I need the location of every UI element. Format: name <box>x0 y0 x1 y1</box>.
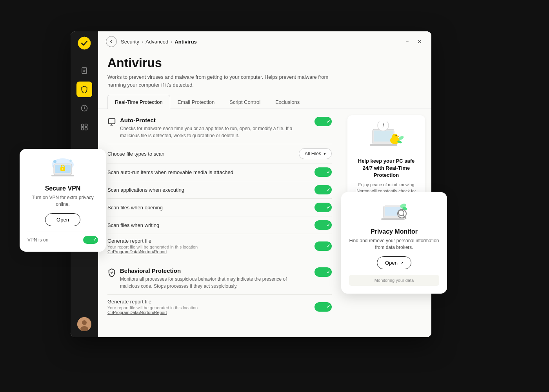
promo-illustration: i <box>367 122 406 153</box>
scan-writing-toggle[interactable] <box>314 220 332 230</box>
svg-point-19 <box>396 135 397 136</box>
behavioral-icon <box>107 268 116 279</box>
svg-point-8 <box>82 320 87 325</box>
auto-protect-text: Auto-Protect Checks for malware each tim… <box>120 117 296 139</box>
scan-autorun-toggle[interactable] <box>314 167 332 177</box>
tab-email-protection[interactable]: Email Protection <box>170 95 222 109</box>
page-description: Works to prevent viruses and malware fro… <box>107 73 343 89</box>
vpn-status-row: VPN is on <box>27 232 98 244</box>
privacy-status: Monitoring your data <box>349 275 439 286</box>
svg-point-29 <box>69 160 72 162</box>
breadcrumb-current: Antivirus <box>175 39 196 45</box>
privacy-icon <box>380 200 408 223</box>
privacy-popup: Privacy Monitor Find and remove your per… <box>341 192 447 294</box>
sidebar-item-performance[interactable] <box>76 100 92 116</box>
auto-protect-toggle[interactable] <box>314 117 332 126</box>
back-button[interactable] <box>106 36 117 47</box>
file-types-value: All Files <box>305 151 321 156</box>
generate-report-toggle[interactable] <box>314 241 332 251</box>
scan-autorun-label: Scan auto-run items when removable media… <box>107 169 233 175</box>
breadcrumb-sep-2: › <box>171 39 172 45</box>
scan-autorun-row: Scan auto-run items when removable media… <box>107 163 332 181</box>
vpn-description: Turn on VPN for extra privacy online. <box>27 194 98 208</box>
scan-opening-row: Scan files when opening <box>107 198 332 216</box>
chevron-down-icon: ▾ <box>324 151 326 156</box>
breadcrumb-advanced[interactable]: Advanced <box>145 39 168 45</box>
svg-rect-4 <box>85 124 87 127</box>
behavioral-report-label: Generate report file <box>107 299 198 305</box>
behavioral-header: Behavioral Protection Monitors all proce… <box>107 267 332 290</box>
scan-opening-label: Scan files when opening <box>107 205 163 211</box>
svg-point-28 <box>53 160 56 163</box>
svg-rect-15 <box>370 144 397 146</box>
vpn-toggle[interactable] <box>83 236 98 244</box>
tab-realtime-protection[interactable]: Real-Time Protection <box>107 95 170 109</box>
svg-rect-5 <box>82 128 84 130</box>
privacy-open-label: Open <box>385 260 398 266</box>
behavioral-report-link[interactable]: C:\ProgramData\Norton\Report <box>107 310 198 315</box>
scan-writing-label: Scan files when writing <box>107 222 159 228</box>
behavioral-text: Behavioral Protection Monitors all proce… <box>120 267 296 290</box>
vpn-open-button[interactable]: Open <box>45 213 80 226</box>
page-header: Antivirus Works to prevent viruses and m… <box>98 52 431 95</box>
vpn-status-label: VPN is on <box>27 237 48 243</box>
svg-point-0 <box>78 37 91 49</box>
vpn-icon <box>49 157 76 180</box>
auto-protect-title: Auto-Protect <box>120 117 296 123</box>
svg-rect-36 <box>381 218 405 220</box>
minimize-button[interactable]: − <box>403 38 411 45</box>
svg-point-17 <box>392 134 398 139</box>
tabs-bar: Real-Time Protection Email Protection Sc… <box>98 95 431 109</box>
page-title: Antivirus <box>107 56 422 70</box>
behavioral-toggle[interactable] <box>314 267 332 277</box>
generate-report-row: Generate report file Your report file wi… <box>107 234 332 258</box>
svg-point-30 <box>67 163 69 165</box>
vpn-title: Secure VPN <box>27 185 98 192</box>
desktop: Security › Advanced › Antivirus − ✕ Anti… <box>0 0 549 392</box>
behavioral-protection-section: Behavioral Protection Monitors all proce… <box>107 267 332 319</box>
title-bar: Security › Advanced › Antivirus − ✕ <box>98 31 431 52</box>
sidebar-item-security[interactable] <box>76 82 92 97</box>
settings-panel: Auto-Protect Checks for malware each tim… <box>98 109 341 337</box>
svg-marker-18 <box>398 136 400 137</box>
file-types-label: Choose file types to scan <box>107 151 164 157</box>
vpn-popup: Secure VPN Turn on VPN for extra privacy… <box>20 149 106 252</box>
file-types-row: Choose file types to scan All Files ▾ <box>107 144 332 163</box>
svg-rect-6 <box>85 128 87 130</box>
behavioral-report-row: Generate report file Your report file wi… <box>107 294 332 319</box>
scan-apps-row: Scan applications when executing <box>107 181 332 198</box>
svg-point-26 <box>62 169 64 170</box>
svg-point-34 <box>398 210 404 216</box>
app-logo <box>76 35 92 51</box>
breadcrumb-security[interactable]: Security <box>121 39 139 45</box>
auto-protect-icon <box>107 118 116 128</box>
close-button[interactable]: ✕ <box>416 38 424 45</box>
svg-rect-3 <box>82 124 84 127</box>
privacy-title: Privacy Monitor <box>349 228 439 235</box>
svg-rect-27 <box>51 175 74 176</box>
privacy-description: Find and remove your personal informatio… <box>349 238 439 251</box>
sidebar-item-clipboard[interactable] <box>76 63 92 78</box>
sidebar-item-apps[interactable] <box>76 119 92 135</box>
auto-protect-header: Auto-Protect Checks for malware each tim… <box>107 117 332 139</box>
tab-exclusions[interactable]: Exclusions <box>268 95 307 109</box>
behavioral-desc: Monitors all processes for suspicious be… <box>120 276 296 290</box>
behavioral-report-text: Generate report file Your report file wi… <box>107 299 198 315</box>
user-avatar[interactable] <box>77 317 91 331</box>
scan-apps-toggle[interactable] <box>314 185 332 194</box>
generate-report-sub: Your report file will be generated in th… <box>107 245 198 249</box>
auto-protect-title-area: Auto-Protect Checks for malware each tim… <box>107 117 296 139</box>
privacy-open-button[interactable]: Open ↗ <box>377 256 411 269</box>
scan-writing-row: Scan files when writing <box>107 216 332 234</box>
tab-script-control[interactable]: Script Control <box>222 95 268 109</box>
scan-opening-toggle[interactable] <box>314 203 332 212</box>
auto-protect-section: Auto-Protect Checks for malware each tim… <box>107 117 332 258</box>
report-path-link[interactable]: C:\ProgramData\Norton\Report <box>107 249 198 254</box>
generate-report-label: Generate report file <box>107 238 198 244</box>
external-link-icon: ↗ <box>400 261 403 265</box>
file-types-dropdown[interactable]: All Files ▾ <box>299 148 332 159</box>
behavioral-title: Behavioral Protection <box>120 267 296 274</box>
scan-apps-label: Scan applications when executing <box>107 187 184 193</box>
auto-protect-desc: Checks for malware each time you or an a… <box>120 125 296 139</box>
behavioral-report-toggle[interactable] <box>314 302 332 312</box>
